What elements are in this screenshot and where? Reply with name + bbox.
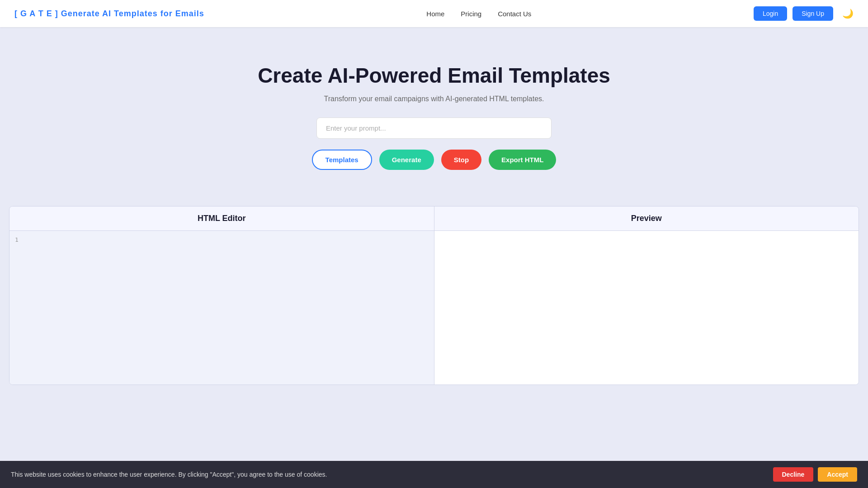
nav-pricing[interactable]: Pricing bbox=[461, 10, 481, 18]
stop-button[interactable]: Stop bbox=[441, 150, 481, 170]
cookie-message: This website uses cookies to enhance the… bbox=[11, 471, 327, 478]
nav-contact[interactable]: Contact Us bbox=[498, 10, 531, 18]
html-editor-title: HTML Editor bbox=[9, 206, 434, 231]
action-buttons: Templates Generate Stop Export HTML bbox=[9, 150, 859, 170]
brand-logo[interactable]: [ G A T E ] Generate AI Templates for Em… bbox=[14, 9, 204, 19]
preview-content bbox=[434, 231, 859, 385]
navbar-actions: Login Sign Up 🌙 bbox=[754, 6, 854, 21]
preview-panel: Preview bbox=[434, 206, 859, 385]
nav-home[interactable]: Home bbox=[426, 10, 444, 18]
export-html-button[interactable]: Export HTML bbox=[489, 150, 556, 170]
cookie-actions: Decline Accept bbox=[773, 467, 858, 482]
templates-button[interactable]: Templates bbox=[312, 150, 372, 170]
theme-toggle-icon[interactable]: 🌙 bbox=[842, 8, 854, 19]
generate-button[interactable]: Generate bbox=[379, 150, 434, 170]
hero-section: Create AI-Powered Email Templates Transf… bbox=[0, 27, 868, 206]
html-editor-panel: HTML Editor 1 bbox=[9, 206, 434, 385]
accept-button[interactable]: Accept bbox=[818, 467, 857, 482]
hero-title: Create AI-Powered Email Templates bbox=[9, 63, 859, 88]
nav-links: Home Pricing Contact Us bbox=[426, 10, 531, 18]
line-number-1: 1 bbox=[15, 236, 24, 243]
navbar: [ G A T E ] Generate AI Templates for Em… bbox=[0, 0, 868, 27]
prompt-input[interactable] bbox=[316, 117, 552, 139]
signup-button[interactable]: Sign Up bbox=[793, 6, 833, 21]
hero-subtitle: Transform your email campaigns with AI-g… bbox=[9, 95, 859, 103]
cookie-banner: This website uses cookies to enhance the… bbox=[0, 461, 868, 488]
html-editor-content[interactable]: 1 bbox=[9, 231, 434, 385]
decline-button[interactable]: Decline bbox=[773, 467, 814, 482]
login-button[interactable]: Login bbox=[754, 6, 787, 21]
editor-area: HTML Editor 1 Preview bbox=[9, 206, 859, 385]
preview-title: Preview bbox=[434, 206, 859, 231]
